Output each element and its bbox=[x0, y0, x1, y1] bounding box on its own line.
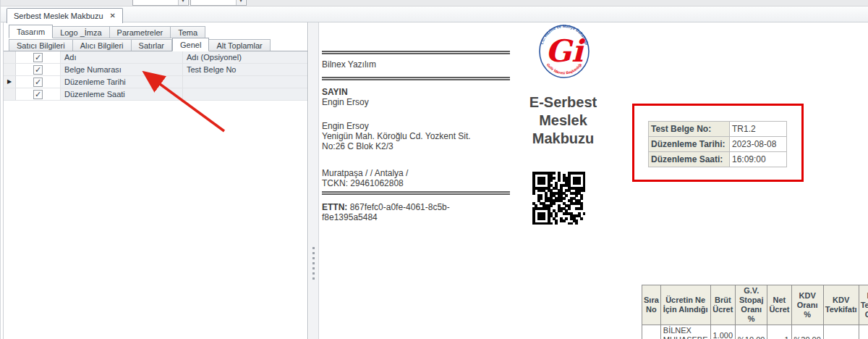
row-selector[interactable] bbox=[4, 64, 16, 75]
address-line: Engin Ersoy bbox=[322, 121, 369, 131]
checkbox-checked-icon[interactable]: ✓ bbox=[33, 78, 43, 87]
cell-kdv-tevkifat-orani bbox=[859, 325, 868, 339]
table-row[interactable]: ▶ ✓ Düzenleme Tarihi bbox=[4, 76, 307, 88]
field-value-cell[interactable]: Test Belge No bbox=[183, 64, 307, 75]
items-header-row: Sıra No Ücretin Ne İçin Alındığı Brüt Üc… bbox=[642, 285, 868, 325]
table-row: Düzenleme Tarihi: 2023-08-08 bbox=[649, 137, 787, 152]
address-line: Yenigün Mah. Köroğlu Cd. Yozkent Sit. bbox=[322, 131, 495, 141]
table-row[interactable]: ✓ Belge Numarası Test Belge No bbox=[4, 64, 307, 76]
title-line: E-Serbest bbox=[503, 93, 623, 112]
field-name-cell[interactable]: Adı bbox=[61, 51, 183, 63]
cell-aciklama: BİLNEX MUHASEBE PROGRAMI bbox=[660, 325, 710, 339]
cell-brut-ucret: 1.000 TL bbox=[710, 325, 736, 339]
document-tab-label: Serbest Meslek Makbuzu bbox=[14, 12, 103, 20]
tab-tema[interactable]: Tema bbox=[171, 26, 205, 38]
table-row[interactable]: ✓ Adı Adı (Opsiyonel) bbox=[4, 51, 307, 64]
cell-sira-no: 1 bbox=[642, 325, 661, 339]
cell-stopaj: %10,00 bbox=[736, 325, 767, 339]
divider bbox=[322, 77, 510, 80]
location-line: Muratpaşa / / Antalya / bbox=[322, 168, 408, 178]
main-tabs: Tasarım Logo _İmza Parametreler Tema bbox=[9, 25, 205, 38]
tab-satirlar[interactable]: Satırlar bbox=[132, 39, 172, 51]
tab-genel[interactable]: Genel bbox=[172, 38, 209, 51]
checkbox-cell[interactable]: ✓ bbox=[16, 64, 61, 75]
info-value: TR1.2 bbox=[730, 122, 787, 137]
panel-splitter[interactable] bbox=[309, 22, 319, 339]
document-title: E-Serbest Meslek Makbuzu bbox=[503, 93, 623, 148]
table-row: Düzenleme Saati: 16:09:00 bbox=[649, 152, 787, 167]
chevron-down-icon: ▾ bbox=[236, 0, 245, 5]
tab-alici-bilgileri[interactable]: Alıcı Bilgileri bbox=[73, 39, 132, 51]
field-name-cell[interactable]: Belge Numarası bbox=[61, 64, 183, 75]
design-panel: Tasarım Logo _İmza Parametreler Tema Sat… bbox=[3, 22, 308, 339]
col-header: Sıra No bbox=[642, 285, 661, 325]
checkbox-cell[interactable]: ✓ bbox=[16, 51, 61, 63]
items-table: Sıra No Ücretin Ne İçin Alındığı Brüt Üc… bbox=[642, 285, 868, 339]
info-box-table: Test Belge No: TR1.2 Düzenleme Tarihi: 2… bbox=[648, 121, 787, 167]
cell-kdv-tevkifati bbox=[823, 325, 859, 339]
title-line: Makbuzu bbox=[503, 130, 623, 148]
current-row-indicator[interactable]: ▶ bbox=[4, 76, 16, 88]
tab-serbest-meslek-makbuzu[interactable]: Serbest Meslek Makbuzu ✕ bbox=[7, 8, 123, 23]
toolbar-strip: ▾ ▾ bbox=[1, 0, 868, 7]
col-header: KDV Tevkifat Oranı bbox=[859, 285, 868, 325]
col-header: Brüt Ücret bbox=[710, 285, 736, 325]
col-header: KDV Oranı % bbox=[791, 285, 823, 325]
checkbox-cell[interactable]: ✓ bbox=[16, 88, 61, 100]
address-line: No:26 C Blok K2/3 bbox=[322, 141, 393, 151]
table-row[interactable]: ✓ Düzenleme Saati bbox=[4, 88, 307, 101]
tab-logo-imza[interactable]: Logo _İmza bbox=[53, 26, 109, 38]
info-label: Düzenleme Saati: bbox=[649, 152, 730, 167]
splitter-grip-icon bbox=[312, 247, 315, 280]
tckn-line: TCKN: 29461062808 bbox=[322, 178, 404, 188]
field-name-cell[interactable]: Düzenleme Saati bbox=[61, 88, 183, 100]
tab-tasarim[interactable]: Tasarım bbox=[9, 25, 53, 38]
chevron-down-icon: ▾ bbox=[178, 0, 187, 5]
close-icon[interactable]: ✕ bbox=[110, 12, 116, 20]
checkbox-checked-icon[interactable]: ✓ bbox=[33, 65, 43, 75]
row-selector[interactable] bbox=[4, 51, 16, 63]
title-line: Meslek bbox=[503, 112, 623, 130]
cell-net-ucret: 1 bbox=[767, 325, 791, 339]
ettn-line: ETTN: 867fefc0-a0fe-4061-8c5b-f8e1395a54… bbox=[322, 202, 492, 222]
table-row: 1 BİLNEX MUHASEBE PROGRAMI 1.000 TL %10,… bbox=[642, 325, 868, 339]
ettn-label: ETTN: bbox=[322, 202, 347, 212]
divider bbox=[322, 51, 510, 54]
col-header: G.V. Stopaj Oranı % bbox=[736, 285, 767, 325]
row-selector[interactable] bbox=[4, 88, 16, 100]
field-name-cell[interactable]: Düzenleme Tarihi bbox=[61, 76, 183, 88]
info-label: Düzenleme Tarihi: bbox=[649, 137, 730, 152]
divider bbox=[322, 191, 510, 195]
info-label: Test Belge No: bbox=[649, 122, 730, 137]
field-value-cell[interactable] bbox=[183, 88, 307, 100]
field-value-cell[interactable]: Adı (Opsiyonel) bbox=[183, 51, 307, 63]
checkbox-checked-icon[interactable]: ✓ bbox=[33, 53, 43, 62]
info-value: 16:09:00 bbox=[730, 152, 787, 167]
col-header: Net Ücret bbox=[767, 285, 791, 325]
cell-kdv-orani: %20,00 bbox=[791, 325, 823, 339]
recipient-label: SAYIN bbox=[322, 87, 348, 97]
sub-tabs: Satıcı Bilgileri Alıcı Bilgileri Satırla… bbox=[9, 38, 271, 51]
tab-satici-bilgileri[interactable]: Satıcı Bilgileri bbox=[9, 39, 73, 51]
info-value: 2023-08-08 bbox=[730, 137, 787, 152]
gib-logo: T.C. Hazine ve Maliye Bakanlığı Gelir İd… bbox=[537, 23, 591, 80]
toolbar-combo[interactable]: ▾ bbox=[132, 0, 189, 6]
col-header: Ücretin Ne İçin Alındığı bbox=[660, 285, 710, 325]
checkbox-checked-icon[interactable]: ✓ bbox=[33, 90, 43, 99]
tab-parametreler[interactable]: Parametreler bbox=[110, 26, 171, 38]
qr-code bbox=[532, 172, 585, 225]
app-window: ▾ ▾ Serbest Meslek Makbuzu ✕ Tasarım Log… bbox=[0, 0, 868, 339]
checkbox-cell[interactable]: ✓ bbox=[16, 76, 61, 88]
company-name: Bilnex Yazılım bbox=[322, 59, 376, 70]
col-header: KDV Tevkifatı bbox=[823, 285, 859, 325]
tab-alt-toplamlar[interactable]: Alt Toplamlar bbox=[209, 39, 270, 51]
field-value-cell[interactable] bbox=[183, 76, 307, 88]
recipient-name: Engin Ersoy bbox=[322, 97, 369, 107]
field-grid: ✓ Adı Adı (Opsiyonel) ✓ Belge Numarası T… bbox=[4, 51, 307, 101]
logo-monogram: Gi bbox=[545, 33, 586, 69]
table-row: Test Belge No: TR1.2 bbox=[649, 122, 787, 137]
toolbar-combo[interactable]: ▾ bbox=[190, 0, 247, 6]
document-tabbar: Serbest Meslek Makbuzu ✕ bbox=[1, 7, 868, 22]
